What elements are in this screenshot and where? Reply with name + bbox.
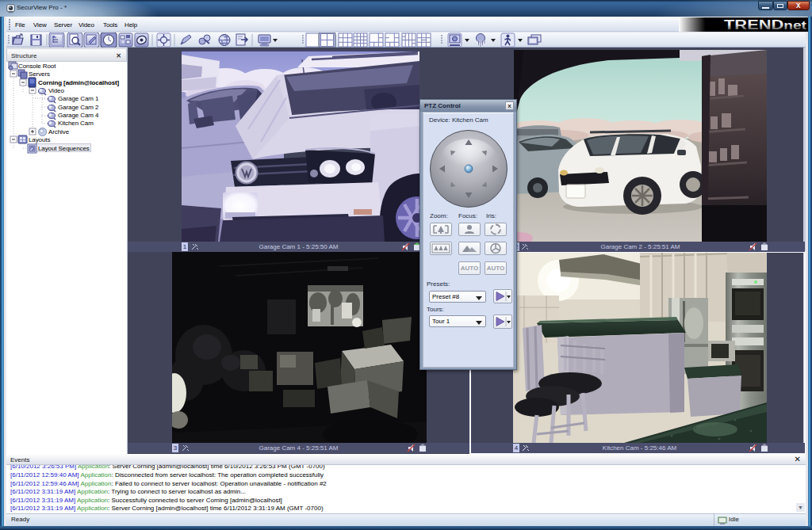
svg-text:TRENDnet: TRENDnet — [724, 18, 806, 32]
